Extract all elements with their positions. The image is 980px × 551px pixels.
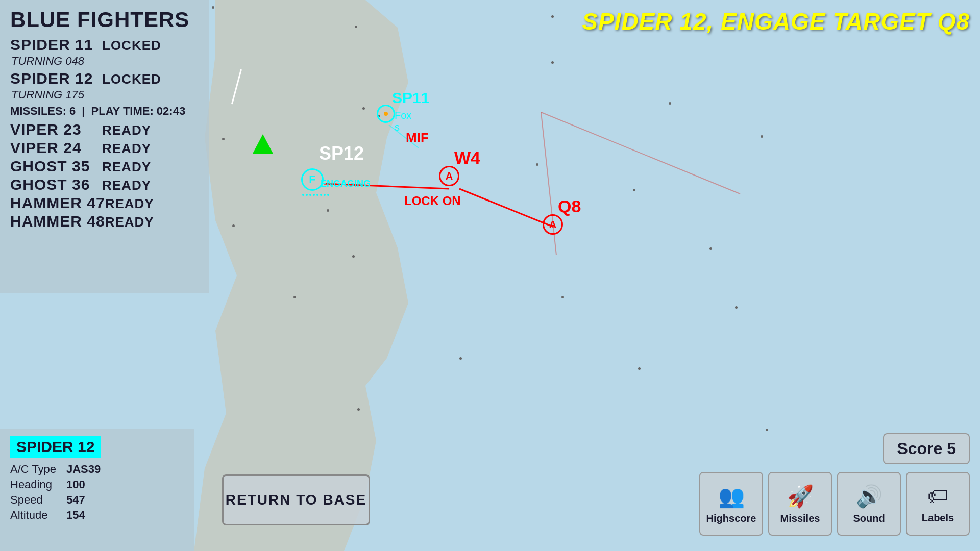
ac-type-label: A/C Type	[10, 463, 66, 476]
lock-on-label: LOCK ON	[404, 194, 461, 208]
sound-label: Sound	[853, 513, 885, 524]
viper24-status: READY	[102, 141, 151, 157]
sp12-engaging-label: ENGAGING	[321, 179, 371, 189]
highscore-label: Highscore	[706, 513, 756, 524]
viper24-name: VIPER 24	[10, 139, 102, 157]
playtime-stat: PLAY TIME: 02:43	[91, 105, 186, 118]
q8-label: Q8	[558, 196, 581, 216]
hammer47-name: HAMMER 47	[10, 194, 105, 212]
labels-label: Labels	[922, 512, 954, 524]
blue-fighters-panel: BLUE FIGHTERS SPIDER 11 LOCKED TURNING 0…	[0, 0, 209, 293]
mif-label: MIF	[406, 130, 429, 146]
labels-icon: 🏷	[927, 484, 949, 508]
sp11-label: SP11	[392, 89, 429, 107]
hammer48-name: HAMMER 48	[10, 213, 105, 230]
return-to-base-button[interactable]: RETURN TO BASE	[222, 474, 370, 525]
missiles-label: Missiles	[780, 513, 820, 524]
ac-type-value: JAS39	[66, 463, 101, 476]
highscore-icon: 👥	[718, 484, 745, 509]
fighter-row-viper24[interactable]: VIPER 24 READY	[10, 139, 199, 157]
fighter-row-spider12[interactable]: SPIDER 12 LOCKED	[10, 70, 199, 87]
score-display: Score 5	[883, 433, 970, 464]
viper23-status: READY	[102, 122, 151, 138]
spider12-name: SPIDER 12	[10, 70, 102, 87]
mission-text: SPIDER 12, ENGAGE TARGET Q8	[582, 8, 970, 35]
heading-label: Heading	[10, 478, 66, 491]
speed-value: 547	[66, 493, 85, 507]
sound-icon: 🔊	[856, 484, 883, 509]
altitude-row: Altitude 154	[10, 509, 184, 522]
w4-marker[interactable]: A W4	[439, 166, 459, 186]
fighter-row-ghost35[interactable]: GHOST 35 READY	[10, 158, 199, 175]
fighter-row-spider11[interactable]: SPIDER 11 LOCKED	[10, 36, 199, 54]
ghost36-status: READY	[102, 178, 151, 193]
fighter-row-viper23[interactable]: VIPER 23 READY	[10, 121, 199, 138]
return-button-label: RETURN TO BASE	[226, 492, 366, 508]
w4-circle: A	[439, 166, 459, 186]
viper-marker[interactable]	[253, 134, 273, 154]
fighter-row-ghost36[interactable]: GHOST 36 READY	[10, 176, 199, 193]
spider11-status: LOCKED	[102, 38, 161, 54]
stats-row: MISSILES: 6 | PLAY TIME: 02:43	[10, 105, 199, 118]
ghost36-name: GHOST 36	[10, 176, 102, 193]
selected-unit-badge[interactable]: SPIDER 12	[10, 436, 101, 458]
spider12-status: LOCKED	[102, 71, 161, 87]
fighter-row-hammer47[interactable]: HAMMER 47 READY	[10, 194, 199, 212]
viper23-name: VIPER 23	[10, 121, 102, 138]
sp12-label: SP12	[319, 143, 364, 164]
speed-row: Speed 547	[10, 493, 184, 507]
ac-type-row: A/C Type JAS39	[10, 463, 184, 476]
svg-line-1	[459, 189, 554, 227]
q8-circle: A	[543, 214, 563, 235]
selected-unit-panel: SPIDER 12 A/C Type JAS39 Heading 100 Spe…	[0, 429, 194, 551]
sound-button[interactable]: 🔊 Sound	[837, 472, 901, 536]
spider11-sub: TURNING 048	[10, 55, 199, 68]
action-buttons: 👥 Highscore 🚀 Missiles 🔊 Sound 🏷 Labels	[699, 472, 970, 536]
altitude-label: Altitude	[10, 509, 66, 522]
hammer47-status: READY	[105, 196, 154, 212]
sp12-f-icon: F	[309, 173, 315, 186]
speed-label: Speed	[10, 493, 66, 507]
missiles-icon: 🚀	[787, 484, 814, 509]
ghost35-name: GHOST 35	[10, 158, 102, 175]
svg-line-3	[541, 112, 740, 194]
ghost35-status: READY	[102, 159, 151, 175]
q8-marker[interactable]: A Q8	[543, 214, 563, 235]
fighter-row-hammer48[interactable]: HAMMER 48 READY	[10, 213, 199, 230]
highscore-button[interactable]: 👥 Highscore	[699, 472, 763, 536]
labels-button[interactable]: 🏷 Labels	[906, 472, 970, 536]
altitude-value: 154	[66, 509, 85, 522]
sp11-dot	[384, 112, 388, 116]
heading-row: Heading 100	[10, 478, 184, 491]
panel-title: BLUE FIGHTERS	[10, 8, 199, 32]
spider12-sub: TURNING 175	[10, 88, 199, 102]
spider11-name: SPIDER 11	[10, 36, 102, 54]
missiles-stat: MISSILES: 6	[10, 105, 76, 118]
missiles-button[interactable]: 🚀 Missiles	[768, 472, 832, 536]
hammer48-status: READY	[105, 214, 154, 230]
w4-label: W4	[454, 148, 480, 168]
heading-value: 100	[66, 478, 85, 491]
